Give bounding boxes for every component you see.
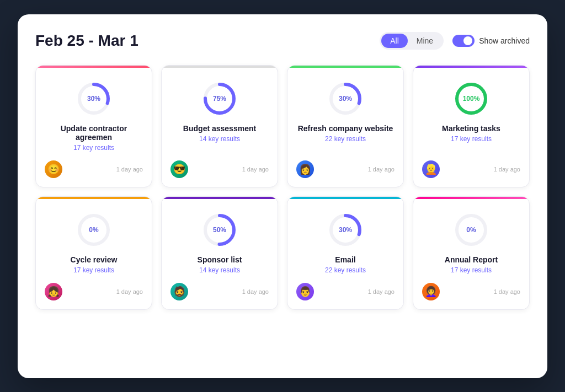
card-key-results[interactable]: 14 key results (199, 135, 240, 143)
avatar-face: 😎 (170, 160, 188, 178)
avatar: 👩‍🦱 (422, 283, 440, 300)
progress-label: 100% (463, 95, 480, 103)
date-range: Feb 25 - Mar 1 (35, 32, 138, 50)
avatar: 👩 (296, 160, 314, 178)
header-controls: All Mine Show archived (380, 32, 530, 50)
progress-label: 30% (339, 95, 352, 103)
avatar: 😎 (170, 160, 188, 178)
filter-mine-button[interactable]: Mine (408, 34, 442, 48)
card-title: Annual Report (445, 255, 498, 264)
progress-ring: 50% (202, 212, 237, 248)
avatar-face: 😊 (45, 160, 62, 178)
card-key-results[interactable]: 17 key results (73, 144, 114, 152)
progress-label: 50% (213, 226, 226, 234)
show-archived-label: Show archived (479, 36, 530, 45)
card-footer: 👩‍🦱 1 day ago (422, 283, 520, 300)
main-container: Feb 25 - Mar 1 All Mine Show archived 30… (18, 14, 547, 378)
avatar-face: 👱 (422, 160, 440, 178)
card-key-results[interactable]: 17 key results (451, 266, 492, 274)
avatar: 😊 (45, 160, 62, 178)
progress-label: 30% (87, 95, 100, 103)
card-title: Marketing tasks (442, 124, 500, 133)
timestamp: 1 day ago (116, 166, 143, 173)
card-footer: 😎 1 day ago (170, 160, 269, 178)
progress-label: 0% (466, 226, 476, 234)
project-card-7[interactable]: 30% Email 22 key results 👨 1 day ago (287, 196, 404, 310)
progress-ring: 75% (202, 81, 237, 116)
project-card-1[interactable]: 30% Update contractor agreemen 17 key re… (35, 65, 152, 187)
page-header: Feb 25 - Mar 1 All Mine Show archived (35, 32, 530, 50)
card-title: Budget assessment (183, 124, 256, 133)
show-archived-group: Show archived (452, 35, 530, 47)
timestamp: 1 day ago (368, 288, 395, 295)
timestamp: 1 day ago (494, 288, 520, 295)
progress-label: 75% (213, 95, 226, 103)
card-key-results[interactable]: 22 key results (325, 135, 366, 143)
filter-all-button[interactable]: All (381, 34, 408, 48)
project-card-6[interactable]: 50% Sponsor list 14 key results 🧔 1 day … (161, 196, 278, 310)
avatar: 👨 (296, 283, 314, 300)
avatar: 👱 (422, 160, 440, 178)
project-card-4[interactable]: 100% Marketing tasks 17 key results 👱 1 … (413, 65, 530, 187)
project-card-8[interactable]: 0% Annual Report 17 key results 👩‍🦱 1 da… (413, 196, 530, 310)
card-key-results[interactable]: 17 key results (73, 266, 114, 274)
progress-ring: 100% (454, 81, 489, 116)
card-title: Email (335, 255, 355, 264)
progress-ring: 0% (76, 212, 111, 248)
card-footer: 🧔 1 day ago (170, 283, 269, 300)
avatar-face: 👩‍🦱 (422, 283, 440, 300)
avatar-face: 👧 (45, 283, 62, 300)
card-footer: 👨 1 day ago (296, 283, 395, 300)
card-footer: 😊 1 day ago (45, 160, 143, 178)
card-title: Refresh company website (298, 124, 393, 133)
progress-label: 30% (339, 226, 352, 234)
project-card-5[interactable]: 0% Cycle review 17 key results 👧 1 day a… (35, 196, 152, 310)
timestamp: 1 day ago (242, 166, 269, 173)
card-title: Cycle review (71, 255, 118, 264)
timestamp: 1 day ago (368, 166, 395, 173)
progress-ring: 30% (76, 81, 111, 116)
project-card-3[interactable]: 30% Refresh company website 22 key resul… (287, 65, 404, 187)
project-card-2[interactable]: 75% Budget assessment 14 key results 😎 1… (161, 65, 278, 187)
card-key-results[interactable]: 14 key results (199, 266, 240, 274)
avatar-face: 🧔 (170, 283, 188, 300)
card-key-results[interactable]: 22 key results (325, 266, 366, 274)
avatar-face: 👩 (296, 160, 314, 178)
avatar-face: 👨 (296, 283, 314, 300)
progress-ring: 30% (328, 212, 363, 248)
toggle-slider[interactable] (452, 35, 475, 47)
card-title: Update contractor agreemen (45, 124, 143, 142)
cards-grid: 30% Update contractor agreemen 17 key re… (35, 65, 530, 310)
card-footer: 👧 1 day ago (45, 283, 143, 300)
card-footer: 👩 1 day ago (296, 160, 395, 178)
avatar: 🧔 (170, 283, 188, 300)
progress-ring: 0% (454, 212, 489, 248)
progress-ring: 30% (328, 81, 363, 116)
timestamp: 1 day ago (116, 288, 143, 295)
avatar: 👧 (45, 283, 62, 300)
card-key-results[interactable]: 17 key results (451, 135, 492, 143)
filter-group: All Mine (380, 32, 444, 50)
card-footer: 👱 1 day ago (422, 160, 520, 178)
card-title: Sponsor list (198, 255, 242, 264)
archived-toggle[interactable] (452, 35, 475, 47)
progress-label: 0% (89, 226, 98, 234)
timestamp: 1 day ago (494, 166, 520, 173)
timestamp: 1 day ago (242, 288, 269, 295)
